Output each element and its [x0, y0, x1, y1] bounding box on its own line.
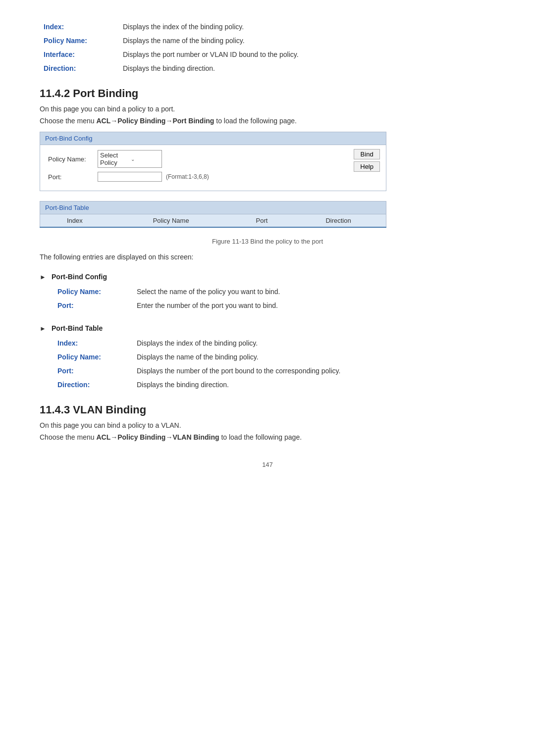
table-def-table: Index: Displays the index of the binding… — [54, 336, 495, 392]
page-number: 147 — [40, 461, 495, 468]
definition-row: Index: Displays the index of the binding… — [40, 20, 495, 34]
top-definitions-table: Index: Displays the index of the binding… — [40, 20, 495, 75]
definition-row: Index: Displays the index of the binding… — [54, 336, 495, 350]
def-desc: Displays the port number or VLAN ID boun… — [119, 48, 495, 61]
section-11-4-2-heading: 11.4.2 Port Binding — [40, 87, 495, 100]
def-desc: Displays the binding direction. — [133, 378, 495, 392]
def-term: Direction: — [40, 61, 119, 75]
button-area: Bind Help — [354, 149, 380, 172]
table-col-header: Index — [40, 214, 109, 228]
port-bind-config-box: Port-Bind Config Policy Name: Select Pol… — [40, 132, 386, 191]
def-desc: Select the name of the policy you want t… — [133, 285, 495, 299]
def-term: Port: — [54, 299, 133, 312]
section-11-4-2-intro2: Choose the menu ACL→Policy Binding→Port … — [40, 117, 495, 125]
def-term: Interface: — [40, 48, 119, 61]
def-desc: Displays the index of the binding policy… — [119, 20, 495, 34]
def-desc: Displays the index of the binding policy… — [133, 336, 495, 350]
following-entries: The following entries are displayed on t… — [40, 253, 495, 261]
section-11-4-3-intro2: Choose the menu ACL→Policy Binding→VLAN … — [40, 433, 495, 441]
table-col-row: IndexPolicy NamePortDirection — [40, 214, 386, 228]
port-bind-table-bullet-section: ► Port-Bind Table — [40, 324, 495, 332]
port-bind-table: Port-Bind Table IndexPolicy NamePortDire… — [40, 201, 386, 228]
def-term: Index: — [40, 20, 119, 34]
definition-row: Policy Name: Displays the name of the bi… — [54, 350, 495, 364]
def-term: Direction: — [54, 378, 133, 392]
bullet-arrow-icon: ► — [40, 273, 48, 281]
table-col-header: Policy Name — [109, 214, 233, 228]
port-label: Port: — [48, 173, 98, 181]
def-desc: Enter the number of the port you want to… — [133, 299, 495, 312]
table-col-header: Direction — [291, 214, 386, 228]
port-bind-table-bullet-title: Port-Bind Table — [52, 324, 103, 332]
port-bind-config-bullet-section: ► Port-Bind Config — [40, 273, 495, 281]
def-desc: Displays the number of the port bound to… — [133, 364, 495, 378]
definition-row: Direction: Displays the binding directio… — [54, 378, 495, 392]
port-bind-config-header: Port-Bind Config — [40, 132, 386, 145]
section-11-4-2-intro1: On this page you can bind a policy to a … — [40, 105, 495, 113]
config-def-table: Policy Name: Select the name of the poli… — [54, 285, 495, 312]
definition-row: Port: Displays the number of the port bo… — [54, 364, 495, 378]
definition-row: Direction: Displays the binding directio… — [40, 61, 495, 75]
bind-button[interactable]: Bind — [354, 149, 380, 159]
policy-name-label: Policy Name: — [48, 155, 98, 163]
section-11-4-3-heading: 11.4.3 VLAN Binding — [40, 403, 495, 416]
def-term: Index: — [54, 336, 133, 350]
definition-row: Port: Enter the number of the port you w… — [54, 299, 495, 312]
port-row: Port: (Format:1-3,6,8) — [48, 172, 378, 182]
def-desc: Displays the name of the binding policy. — [133, 350, 495, 364]
definition-row: Interface: Displays the port number or V… — [40, 48, 495, 61]
section-11-4-3-intro1: On this page you can bind a policy to a … — [40, 421, 495, 429]
config-rows: Policy Name: Select Policy ⌄ Port: (Form… — [40, 145, 386, 191]
bullet-arrow-icon-2: ► — [40, 325, 48, 332]
definition-row: Policy Name: Displays the name of the bi… — [40, 34, 495, 48]
port-format-hint: (Format:1-3,6,8) — [166, 173, 209, 180]
def-term: Policy Name: — [54, 350, 133, 364]
def-desc: Displays the name of the binding policy. — [119, 34, 495, 48]
policy-name-select[interactable]: Select Policy ⌄ — [98, 150, 162, 168]
def-desc: Displays the binding direction. — [119, 61, 495, 75]
definition-row: Policy Name: Select the name of the poli… — [54, 285, 495, 299]
help-button[interactable]: Help — [354, 161, 380, 172]
def-term: Policy Name: — [40, 34, 119, 48]
table-header-title: Port-Bind Table — [40, 202, 386, 214]
chevron-down-icon: ⌄ — [131, 156, 160, 162]
port-input[interactable] — [98, 172, 162, 182]
port-bind-config-bullet-title: Port-Bind Config — [52, 273, 107, 281]
def-term: Policy Name: — [54, 285, 133, 299]
policy-name-row: Policy Name: Select Policy ⌄ — [48, 150, 378, 168]
config-desc-block: Policy Name: Select the name of the poli… — [54, 285, 495, 312]
table-header-row: Port-Bind Table — [40, 202, 386, 214]
table-desc-block: Index: Displays the index of the binding… — [54, 336, 495, 392]
table-col-header: Port — [233, 214, 291, 228]
figure-caption: Figure 11-13 Bind the policy to the port — [40, 238, 495, 245]
def-term: Port: — [54, 364, 133, 378]
